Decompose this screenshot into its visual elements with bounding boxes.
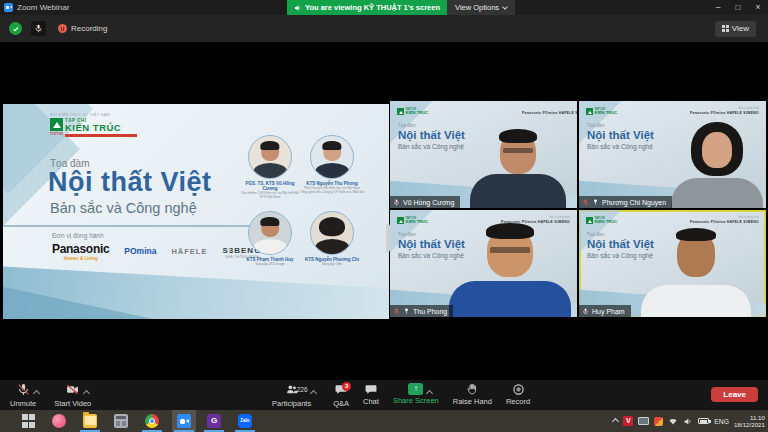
speaker-role: Phó Chủ tịch Hội Kiến trúc sư Việt Nam T… xyxy=(300,186,364,194)
chevron-up-icon[interactable] xyxy=(83,390,90,397)
raise-hand-button[interactable]: Raise Hand xyxy=(453,380,492,410)
leave-button[interactable]: Leave xyxy=(711,387,758,402)
start-button-icon[interactable] xyxy=(22,414,36,428)
tile-bg-tagline: Tọa đàm xyxy=(398,232,416,237)
app-g-icon[interactable]: G xyxy=(207,414,221,428)
tray-v-icon[interactable]: V xyxy=(623,416,633,426)
poster-speaker-3: KTS Phạm Thanh Huy Sáng lập 282 Design xyxy=(238,211,302,266)
participant-person xyxy=(657,126,766,208)
meeting-info-bar: Recording View xyxy=(0,15,768,42)
raise-hand-icon xyxy=(466,383,479,396)
file-explorer-icon[interactable] xyxy=(83,414,97,428)
clock[interactable]: 11:10 18/12/2021 xyxy=(734,414,765,428)
window-title: Zoom Webinar xyxy=(17,3,69,12)
gallery-resize-handle[interactable] xyxy=(386,224,390,252)
recording-indicator[interactable]: Recording xyxy=(58,24,107,33)
chevron-up-icon[interactable] xyxy=(33,390,40,397)
speaker-photo xyxy=(248,211,292,255)
tray-expand-icon[interactable] xyxy=(612,417,619,424)
battery-icon[interactable] xyxy=(698,418,709,424)
video-tile-thu-phong[interactable]: TẠP CHÍKIẾN TRÚC Tọa đàm Nội thất Việt B… xyxy=(390,210,577,317)
tray-display-icon[interactable] xyxy=(638,417,649,425)
video-tile-vu-hong-cuong[interactable]: TẠP CHÍKIẾN TRÚC Tọa đàm Nội thất Việt B… xyxy=(390,101,577,208)
participants-count: 226 xyxy=(297,386,308,393)
qa-badge: 3 xyxy=(342,382,351,391)
tile-bg-partners: Panasonic POmina HÄFELE S3BENO xyxy=(690,220,759,224)
participant-person xyxy=(458,132,577,208)
tile-bg-title: Nội thất Việt xyxy=(398,129,465,141)
language-indicator[interactable]: ENG xyxy=(714,418,729,425)
network-icon[interactable] xyxy=(668,417,678,426)
participant-name: Phương Chi Nguyen xyxy=(602,199,666,206)
participant-nametag: Phương Chi Nguyen xyxy=(579,196,672,208)
pomina-logo: POmina xyxy=(124,246,156,256)
minimize-button[interactable]: – xyxy=(708,0,728,15)
close-button[interactable]: × xyxy=(748,0,768,15)
audio-settings-icon[interactable] xyxy=(31,21,46,36)
tile-bg-partners-label: Đơn vị đồng hành xyxy=(549,216,570,219)
tile-bg-logo: TẠP CHÍKIẾN TRÚC xyxy=(397,108,428,116)
calculator-icon[interactable] xyxy=(114,414,128,428)
hafele-logo: HÄFELE xyxy=(171,247,207,256)
tray-app-icon[interactable] xyxy=(654,417,663,426)
participant-name: Thu Phong xyxy=(413,308,447,315)
share-screen-button[interactable]: ↑ Share Screen xyxy=(393,380,439,410)
chevron-up-icon[interactable] xyxy=(310,390,317,397)
video-tile-phuong-chi-nguyen[interactable]: TẠP CHÍKIẾN TRÚC Tọa đàm Nội thất Việt B… xyxy=(579,101,766,208)
poster-title: Nội thất Việt xyxy=(48,167,212,198)
participant-name: Vũ Hồng Cương xyxy=(403,199,454,206)
chat-button[interactable]: Chat xyxy=(363,380,379,410)
volume-icon[interactable] xyxy=(683,417,693,426)
unmute-button[interactable]: Unmute xyxy=(10,380,36,410)
tile-bg-logo: TẠP CHÍKIẾN TRÚC xyxy=(397,217,428,225)
tile-bg-subtitle: Bản sắc và Công nghệ xyxy=(398,143,464,150)
chrome-icon[interactable] xyxy=(145,414,159,428)
view-button[interactable]: View xyxy=(715,21,756,37)
muted-mic-icon xyxy=(393,307,400,316)
recording-label: Recording xyxy=(71,24,107,33)
chat-label: Chat xyxy=(363,397,379,406)
app-paint-icon[interactable] xyxy=(52,414,66,428)
tile-bg-partners: Panasonic POmina HÄFELE S3BENO xyxy=(690,111,759,115)
poster-subtitle: Bản sắc và Công nghệ xyxy=(50,200,197,216)
participant-person xyxy=(440,225,577,317)
window-controls: – □ × xyxy=(708,0,768,15)
raise-hand-label: Raise Hand xyxy=(453,397,492,406)
association-name: HỘI KIẾN TRÚC SƯ VIỆT NAM xyxy=(50,113,110,117)
zoom-taskbar-icon[interactable] xyxy=(177,414,191,428)
tile-bg-logo: TẠP CHÍKIẾN TRÚC xyxy=(586,108,617,116)
zalo-icon[interactable]: Zalo xyxy=(238,414,252,428)
muted-mic-icon xyxy=(393,198,400,207)
tile-bg-logo: TẠP CHÍKIẾN TRÚC xyxy=(586,217,617,225)
pin-icon xyxy=(592,198,599,206)
pin-icon xyxy=(403,307,410,315)
chevron-down-icon xyxy=(502,4,508,10)
start-video-button[interactable]: Start Video xyxy=(54,380,91,410)
unmute-label: Unmute xyxy=(10,399,36,408)
speaker-role: Sáng lập 282 Design xyxy=(238,262,302,266)
encryption-shield-icon[interactable] xyxy=(9,22,22,35)
participant-nametag: Vũ Hồng Cương xyxy=(390,196,460,208)
participant-person xyxy=(631,231,761,317)
zoom-app-icon xyxy=(4,3,13,12)
tile-bg-tagline: Tọa đàm xyxy=(587,232,605,237)
tile-bg-partners-label: Đơn vị đồng hành xyxy=(738,107,759,110)
qa-button[interactable]: 3 Q&A xyxy=(333,380,349,410)
screen-viewing-banner: You are viewing KỸ THUẬT 1's screen xyxy=(287,0,447,15)
system-tray: V ENG 11:10 18/12/2021 xyxy=(613,410,765,432)
logo-line-2: KIẾN TRÚC xyxy=(65,123,137,133)
view-options-button[interactable]: View Options xyxy=(447,0,515,15)
start-video-label: Start Video xyxy=(54,399,91,408)
logo-red-bar xyxy=(65,134,137,137)
tile-bg-partners: Panasonic POmina HÄFELE S3BENO xyxy=(522,111,577,115)
panasonic-logo: Panasonic Homes & Living xyxy=(52,242,109,261)
qa-label: Q&A xyxy=(333,399,349,408)
muted-mic-icon xyxy=(582,307,589,316)
maximize-button[interactable]: □ xyxy=(728,0,748,15)
participant-name: Huy Phạm xyxy=(592,308,625,315)
view-options-label: View Options xyxy=(455,3,499,12)
participants-button[interactable]: 226 Participants xyxy=(272,380,311,410)
speaker-photo xyxy=(248,135,292,179)
record-button[interactable]: Record xyxy=(506,380,530,410)
video-tile-huy-pham[interactable]: TẠP CHÍKIẾN TRÚC Tọa đàm Nội thất Việt B… xyxy=(579,210,766,317)
